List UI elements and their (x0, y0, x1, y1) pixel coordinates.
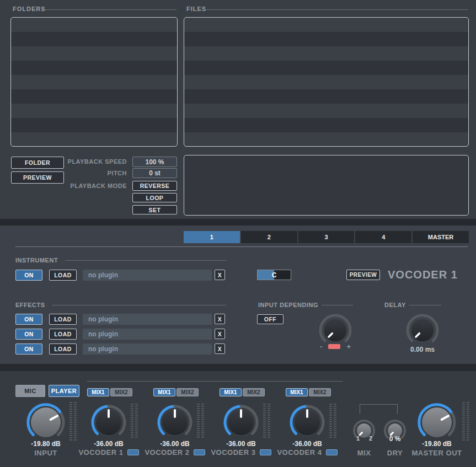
vocoder1-value: -36.00 dB (76, 440, 142, 448)
tab-underline (15, 246, 468, 247)
instrument-header-rule (65, 260, 226, 261)
effect3-load-button[interactable]: LOAD (49, 343, 77, 355)
files-list[interactable] (184, 17, 469, 147)
mic-button[interactable]: MIC (15, 385, 45, 397)
effect2-load-button[interactable]: LOAD (49, 329, 77, 340)
effect3-plugin-field[interactable]: no plugin (83, 343, 212, 355)
input-depending-rule (322, 305, 353, 305)
delay-knob[interactable] (405, 313, 440, 348)
vocoder3-label: VOCODER 3 (211, 448, 255, 457)
input-level-meter (69, 402, 77, 441)
master-out-value: -19.80 dB (404, 440, 470, 448)
channel-tab-bar: 1 2 3 4 MASTER (184, 231, 469, 243)
vocoder3-knob[interactable] (222, 403, 260, 442)
effect2-on-button[interactable]: ON (15, 329, 42, 340)
vocoder-plugin-window: FOLDERS FILES FOLDER PREVIEW PLAYBACK SP… (0, 0, 476, 467)
files-header: FILES (186, 6, 206, 12)
vocoder1-mix1-button[interactable]: MIX1 (87, 388, 109, 396)
delay-header-rule (409, 305, 441, 305)
master-out-knob[interactable] (416, 401, 458, 443)
vocoder1-label: VOCODER 1 (78, 448, 123, 457)
vocoder1-level-meter (131, 404, 138, 439)
tab-2[interactable]: 2 (241, 231, 297, 243)
effect2-clear-button[interactable]: X (215, 329, 225, 339)
folders-header: FOLDERS (13, 6, 46, 12)
pitch-value[interactable]: 0 st (132, 168, 177, 178)
minus-label: - (320, 342, 322, 351)
instrument-plugin-field[interactable]: no plugin (83, 270, 212, 281)
effect1-on-button[interactable]: ON (15, 314, 42, 325)
waveform-display[interactable] (184, 155, 469, 216)
channel-title: VOCODER 1 (388, 269, 458, 281)
range-marker[interactable] (328, 344, 340, 349)
input-depending-off-button[interactable]: OFF (257, 314, 284, 324)
playback-speed-value[interactable]: 100 % (132, 157, 177, 167)
effects-header: EFFECTS (15, 302, 45, 308)
folders-header-rule (42, 9, 177, 10)
files-header-rule (205, 9, 468, 10)
vocoder2-level-meter (197, 404, 204, 439)
playback-speed-label: PLAYBACK SPEED (33, 158, 127, 165)
input-depending-range: - + (320, 342, 351, 351)
mix-num1-label: 1 (354, 435, 362, 442)
vocoder3-mix2-button[interactable]: MIX2 (243, 388, 265, 396)
instrument-preview-button[interactable]: PREVIEW (346, 270, 380, 280)
vocoder4-label-row: VOCODER 4 (263, 448, 351, 457)
vocoder2-label: VOCODER 2 (145, 448, 189, 457)
effect1-plugin-field[interactable]: no plugin (83, 314, 212, 325)
divider-band-bottom (0, 364, 476, 371)
plus-label: + (346, 342, 351, 351)
vocoder4-level-meter (329, 404, 336, 439)
mixer-divider (87, 381, 343, 382)
effect3-on-button[interactable]: ON (15, 343, 42, 355)
vocoder2-mix2-button[interactable]: MIX2 (177, 388, 199, 396)
vocoder1-knob[interactable] (89, 403, 128, 442)
folders-list[interactable] (10, 17, 178, 147)
vocoder3-mix1-button[interactable]: MIX1 (220, 388, 242, 396)
player-button[interactable]: PLAYER (49, 385, 79, 397)
vocoder2-mix1-button[interactable]: MIX1 (153, 388, 175, 396)
pitch-label: PITCH (33, 170, 127, 176)
effect2-plugin-field[interactable]: no plugin (83, 329, 212, 340)
input-value: -19.80 dB (13, 440, 79, 448)
delay-header: DELAY (384, 302, 406, 308)
vocoder2-value: -36.00 dB (142, 440, 208, 448)
vocoder4-value: -36.00 dB (274, 440, 340, 448)
delay-value: 0.00 ms (400, 346, 445, 353)
key-slider[interactable]: C (257, 270, 291, 280)
vocoder3-value: -36.00 dB (208, 440, 274, 448)
reverse-button[interactable]: REVERSE (132, 181, 177, 191)
instrument-header: INSTRUMENT (15, 257, 58, 264)
vocoder1-mix2-button[interactable]: MIX2 (110, 388, 132, 396)
master-out-label: MASTER OUT (404, 449, 470, 457)
vocoder4-led[interactable] (326, 449, 338, 455)
mix-routing-bracket (360, 404, 398, 414)
divider-band-top (0, 219, 476, 226)
effect1-clear-button[interactable]: X (215, 314, 225, 324)
playback-mode-label: PLAYBACK MODE (33, 182, 127, 189)
tab-1[interactable]: 1 (184, 231, 240, 243)
instrument-on-button[interactable]: ON (15, 270, 42, 281)
vocoder2-knob[interactable] (156, 403, 194, 442)
effects-header-rule (52, 305, 226, 305)
tab-3[interactable]: 3 (298, 231, 355, 243)
tab-master[interactable]: MASTER (413, 231, 469, 243)
vocoder4-mix1-button[interactable]: MIX1 (286, 388, 308, 396)
master-level-meter (462, 402, 469, 441)
effect1-load-button[interactable]: LOAD (49, 314, 77, 325)
set-button[interactable]: SET (132, 205, 177, 214)
effect3-clear-button[interactable]: X (215, 343, 225, 354)
input-knob[interactable] (25, 401, 67, 443)
tab-4[interactable]: 4 (355, 231, 411, 243)
vocoder4-knob[interactable] (288, 403, 327, 442)
loop-button[interactable]: LOOP (132, 193, 177, 202)
vocoder3-level-meter (263, 404, 270, 439)
input-depending-header: INPUT DEPENDING (258, 302, 318, 308)
instrument-load-button[interactable]: LOAD (49, 270, 77, 281)
vocoder4-mix2-button[interactable]: MIX2 (309, 388, 331, 396)
key-value: C (272, 271, 277, 279)
vocoder4-label: VOCODER 4 (277, 448, 322, 457)
instrument-clear-button[interactable]: X (215, 270, 225, 280)
